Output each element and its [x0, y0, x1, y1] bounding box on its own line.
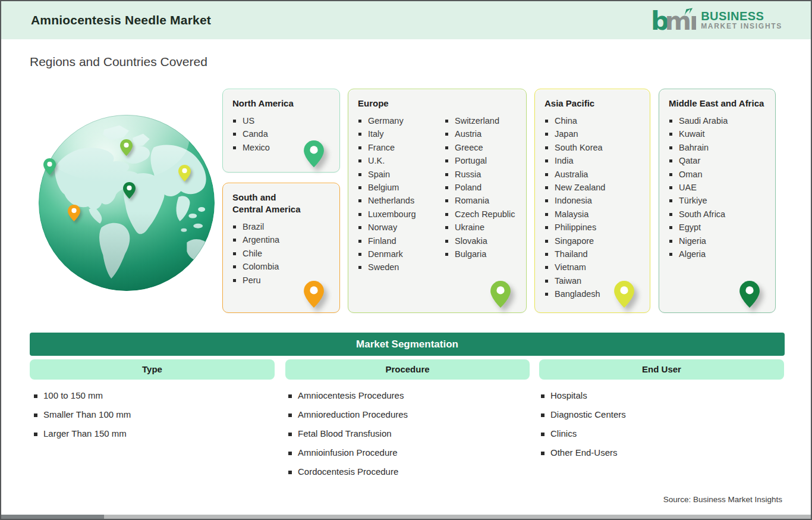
list-item: Singapore	[543, 234, 641, 248]
segment-list-procedure: Amniocentesis ProceduresAmnioreduction P…	[288, 389, 408, 484]
list-item: U.K.	[357, 154, 443, 167]
country-list: ChinaJapanSouth KoreaIndiaAustraliaNew Z…	[543, 114, 641, 301]
segment-list-end-user: HospitalsDiagnostic CentersClinicsOther …	[541, 389, 626, 465]
list-item: South Africa	[668, 208, 767, 221]
bmi-logo-text: BUSINESS MARKET INSIGHTS	[701, 10, 782, 30]
list-item: UAE	[668, 181, 767, 194]
segment-header-procedure: Procedure	[285, 359, 530, 380]
list-item: Qatar	[668, 154, 767, 167]
list-item: South Korea	[543, 141, 641, 154]
list-item: Denmark	[357, 248, 443, 261]
list-item: Fetal Blood Transfusion	[288, 427, 408, 446]
horizontal-scrollbar[interactable]	[1, 515, 811, 519]
list-item: France	[357, 141, 443, 154]
svg-text:mı: mı	[665, 6, 697, 35]
list-item: Larger Than 150 mm	[34, 427, 131, 446]
list-item: Russia	[443, 168, 515, 181]
list-item: Nigeria	[668, 234, 767, 248]
country-list: SwitzerlandAustriaGreecePortugalRussiaPo…	[443, 114, 515, 274]
list-item: Italy	[357, 127, 443, 140]
list-item: Austria	[443, 127, 515, 140]
list-item: Finland	[357, 234, 443, 248]
list-item: 100 to 150 mm	[34, 389, 131, 408]
bmi-logo-icon: b mı	[651, 6, 696, 35]
page-title: Amniocentesis Needle Market	[31, 13, 211, 27]
location-pin-icon	[739, 281, 760, 308]
list-item: Norway	[357, 221, 443, 234]
list-item: Algeria	[668, 248, 767, 261]
country-list: Saudi ArabiaKuwaitBahrainQatarOmanUAETür…	[668, 114, 767, 261]
region-card-asia-pacific: Asia Pacific ChinaJapanSouth KoreaIndiaA…	[534, 89, 650, 313]
globe-illustration	[38, 114, 215, 292]
list-item: Amnioreduction Procedures	[288, 408, 408, 427]
list-item: Argentina	[231, 233, 331, 246]
country-list: BrazilArgentinaChileColombiaPeru	[231, 220, 331, 287]
list-item: Slovakia	[443, 234, 515, 248]
header-bar: Amniocentesis Needle Market b mı BUSINES…	[1, 1, 811, 39]
location-pin-icon	[123, 182, 136, 199]
list-item: Saudi Arabia	[668, 114, 767, 127]
location-pin-icon	[614, 281, 634, 308]
list-item: Cordocentesis Procedure	[288, 465, 408, 484]
logo-line2: MARKET INSIGHTS	[701, 23, 782, 30]
list-item: Japan	[543, 127, 641, 140]
list-item: Philippines	[543, 221, 641, 234]
source-note: Source: Business Market Insights	[663, 495, 782, 504]
region-title: South and Central America	[232, 192, 304, 215]
list-item: Brazil	[231, 220, 331, 233]
list-item: Ukraine	[443, 221, 515, 234]
list-item: Oman	[668, 168, 767, 181]
list-item: Türkiye	[668, 194, 767, 207]
list-item: Netherlands	[357, 194, 443, 207]
list-item: Hospitals	[541, 389, 626, 408]
section-title: Regions and Countries Covered	[30, 55, 207, 69]
location-pin-icon	[178, 165, 191, 181]
list-item: Luxembourg	[357, 208, 443, 221]
list-item: Chile	[231, 247, 331, 260]
list-item: Australia	[543, 168, 641, 181]
location-pin-icon	[490, 281, 511, 308]
list-item: US	[231, 114, 331, 127]
region-card-north-america: North America USCandaMexico	[222, 89, 340, 173]
location-pin-icon	[120, 139, 133, 156]
list-item: Czech Republic	[443, 208, 515, 221]
location-pin-icon	[68, 205, 80, 221]
region-card-middle-east-africa: Middle East and Africa Saudi ArabiaKuwai…	[659, 89, 776, 313]
region-card-south-central-america: South and Central America BrazilArgentin…	[222, 183, 340, 313]
list-item: Greece	[443, 141, 515, 154]
list-item: Thailand	[543, 248, 641, 261]
list-item: Amniocentesis Procedures	[288, 389, 408, 408]
scrollbar-thumb[interactable]	[1, 515, 104, 519]
list-item: Switzerland	[443, 114, 515, 127]
infographic-root: Amniocentesis Needle Market b mı BUSINES…	[0, 0, 812, 520]
list-item: China	[543, 114, 641, 127]
list-item: New Zealand	[543, 181, 641, 194]
segment-list-type: 100 to 150 mmSmaller Than 100 mmLarger T…	[34, 389, 131, 446]
list-item: India	[543, 154, 641, 167]
segment-header-end-user: End User	[539, 359, 784, 380]
region-title: Middle East and Africa	[669, 98, 767, 109]
list-item: Colombia	[231, 260, 331, 273]
list-item: Smaller Than 100 mm	[34, 408, 131, 427]
country-list: GermanyItalyFranceU.K.SpainBelgiumNether…	[357, 114, 443, 274]
region-title: Asia Pacific	[545, 98, 641, 109]
list-item: Bulgaria	[443, 248, 515, 261]
market-segmentation-header: Market Segmentation	[30, 333, 785, 356]
list-item: Bahrain	[668, 141, 767, 154]
list-item: Malaysia	[543, 208, 641, 221]
location-pin-icon	[304, 140, 324, 167]
list-item: Other End-Users	[541, 446, 626, 465]
location-pin-icon	[304, 281, 324, 308]
list-item: Spain	[357, 168, 443, 181]
list-item: Amnioinfusion Procedure	[288, 446, 408, 465]
list-item: Poland	[443, 181, 515, 194]
list-item: Egypt	[668, 221, 767, 234]
list-item: Vietnam	[543, 261, 641, 274]
list-item: Germany	[357, 114, 443, 127]
list-item: Sweden	[357, 261, 443, 274]
list-item: Belgium	[357, 181, 443, 194]
list-item: Diagnostic Centers	[541, 408, 626, 427]
bmi-logo: b mı BUSINESS MARKET INSIGHTS	[651, 6, 782, 35]
list-item: Clinics	[541, 427, 626, 446]
list-item: Kuwait	[668, 127, 767, 140]
